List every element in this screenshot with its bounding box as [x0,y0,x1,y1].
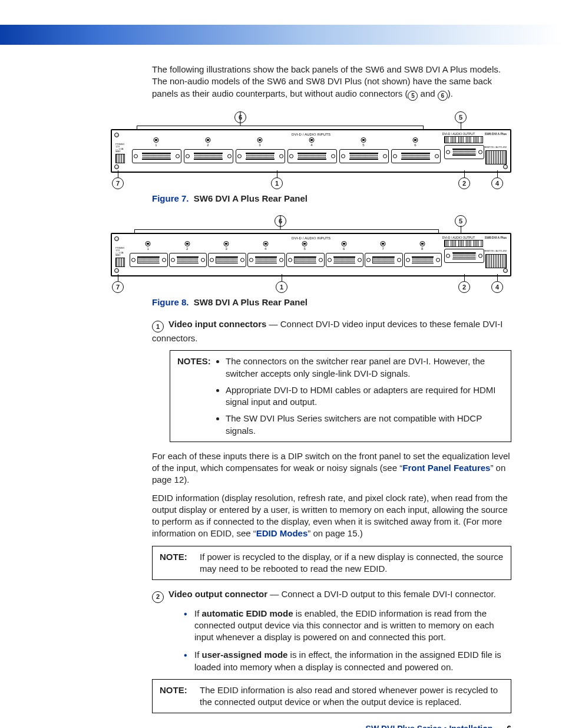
figure-8-title: SW8 DVI A Plus Rear Panel [194,297,308,307]
inputs-label: DVI-D / AUDIO INPUTS [292,132,330,137]
figure-8-diagram: 6 5 DVI-D / AUDIO INPUTS DVI-D / AUDIO O… [111,215,511,292]
callout-4b: 4 [491,281,503,293]
item-2: 2Video output connector — Connect a DVI-… [152,588,511,603]
note-box-2: NOTE: If power is recycled to the displa… [152,546,511,581]
notes-label: NOTES: [177,355,217,437]
callout-6-inline: 6 [438,91,448,101]
figure-7-number: Figure 7. [152,193,189,203]
bracket-inputs-8 [134,229,438,230]
notes-list: The connectors on the switcher rear pane… [217,355,504,437]
note-item: The connectors on the switcher rear pane… [226,355,504,380]
item-2-lead: Video output connector [168,589,267,599]
item-2-bullets: If automatic EDID mode is enabled, the E… [184,608,511,673]
notes-box-1: NOTES: The connectors on the switcher re… [170,350,511,442]
power-connector: POWER 12V --- 1.0A MAX [115,143,128,167]
header-gradient-bar [0,25,562,45]
item-1-marker: 1 [152,321,164,332]
figure-7-caption: Figure 7. SW6 DVI A Plus Rear Panel [152,193,511,205]
page: The following illustrations show the bac… [0,0,562,728]
footer-page-number: 6 [507,724,511,728]
footer-title: SW DVI Plus Series • Installation [366,724,493,728]
remote-label-8: REMOTE / AUTO-SW [484,249,507,252]
callout-5b: 5 [455,215,467,227]
callout-2: 2 [458,177,470,189]
callout-7: 7 [112,177,124,189]
item-1-para-3: EDID information (display resolution, re… [152,492,511,540]
note-body-2: If power is recycled to the display, or … [200,551,504,575]
remote-terminal-8 [485,254,507,268]
bullet-user-assigned: If user-assigned mode is in effect, the … [184,649,511,673]
power-connector-8: POWER 12V --- 1.0A MAX [115,247,128,271]
callout-5: 5 [455,111,467,123]
figure-8-number: Figure 8. [152,297,189,307]
callout-7b: 7 [112,281,124,293]
inputs-label-8: DVI-D / AUDIO INPUTS [292,236,330,241]
figure-8-caption: Figure 8. SW8 DVI A Plus Rear Panel [152,297,511,308]
bracket-inputs [137,126,423,127]
bullet-auto-edid: If automatic EDID mode is enabled, the E… [184,608,511,644]
page-footer: SW DVI Plus Series • Installation 6 [366,723,511,728]
item-1-lead: Video input connectors [168,319,266,329]
remote-label: REMOTE / AUTO-SW [484,146,507,149]
item-2-marker: 2 [152,591,164,603]
and-text: and [418,88,437,98]
callout-4: 4 [491,177,503,189]
note-body-3: The EDID information is also read and st… [200,684,504,709]
dvi-output [444,145,483,158]
callout-2b: 2 [458,281,470,293]
model-label-8: SW8 DVI A Plus [485,236,507,240]
intro-text-b: ). [448,88,453,98]
content-column: The following illustrations show the bac… [152,0,511,713]
model-label-6: SW6 DVI A Plus [485,132,507,136]
figure-7-diagram: 6 5 DVI-D / AUDIO INPUTS DVI-D / AUDIO O… [111,111,511,188]
sw6-chassis: DVI-D / AUDIO INPUTS DVI-D / AUDIO OUTPU… [111,129,511,173]
callout-1: 1 [271,177,283,189]
item-1-para-2: For each of these inputs there is a DIP … [152,450,511,486]
output-label-8: DVI-D / AUDIO OUTPUT [442,236,475,240]
figure-7-title: SW6 DVI A Plus Rear Panel [194,193,308,203]
dvi-input-row: 1 2 3 4 5 6 [132,149,439,162]
link-edid-modes[interactable]: EDID Modes [256,528,308,538]
output-label: DVI-D / AUDIO OUTPUT [442,132,475,136]
callout-1b: 1 [276,281,287,293]
sw8-chassis: DVI-D / AUDIO INPUTS DVI-D / AUDIO OUTPU… [111,233,511,276]
audio-output-terminal [444,136,483,143]
link-front-panel-features[interactable]: Front Panel Features [402,463,490,473]
note-label-3: NOTE: [160,684,200,709]
note-item: The SW DVI Plus Series switchers are not… [226,413,504,437]
item-2-text: — Connect a DVI-D output to this female … [267,589,496,599]
output-block-8 [444,240,483,262]
note-box-3: NOTE: The EDID information is also read … [152,679,511,714]
output-block [444,136,483,158]
callout-5-inline: 5 [408,91,418,101]
intro-paragraph: The following illustrations show the bac… [152,64,511,101]
remote-terminal [485,150,507,164]
dvi-input-row-8: 1 2 3 4 5 6 7 8 [130,253,441,266]
note-label-2: NOTE: [160,551,200,575]
item-1: 1Video input connectors — Connect DVI-D … [152,318,511,345]
note-item: Appropriate DVI-D to HDMI cables or adap… [226,384,504,409]
